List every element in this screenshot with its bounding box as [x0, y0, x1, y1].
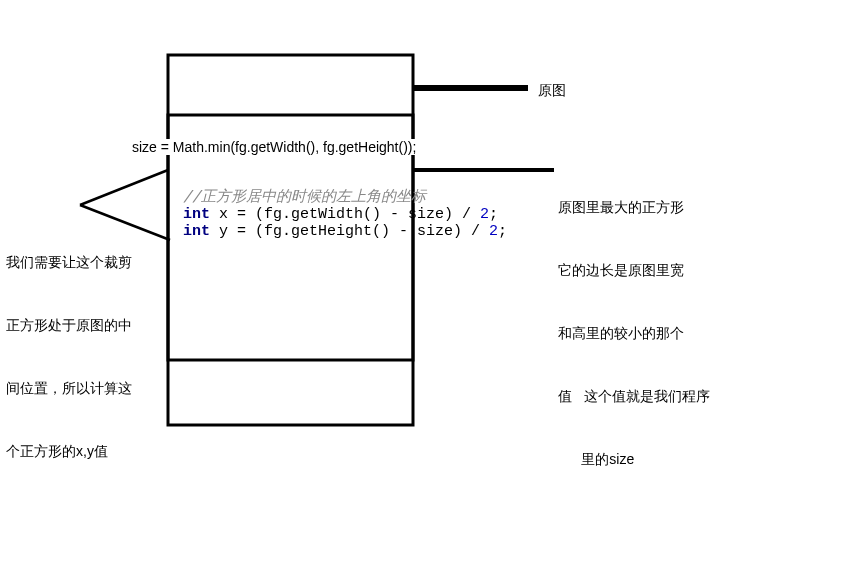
code-comment-line: //正方形居中的时候的左上角的坐标 — [183, 187, 507, 206]
label-crop-note: 我们需要让这个裁剪 正方形处于原图的中 间位置，所以计算这 个正方形的x,y值 — [6, 210, 132, 483]
label-largest-square: 原图里最大的正方形 它的边长是原图里宽 和高里的较小的那个 值 这个值就是我们程… — [558, 155, 710, 491]
size-formula-prefix: size = — [132, 139, 169, 155]
code-y-body: y = (fg.getHeight() - size) / — [210, 223, 489, 240]
largest-square-line2: 它的边长是原图里宽 — [558, 260, 710, 281]
keyword-int-y: int — [183, 223, 210, 240]
code-x-num: 2 — [480, 206, 489, 223]
code-y-num: 2 — [489, 223, 498, 240]
original-image-rect — [168, 55, 413, 425]
largest-square-line5: 里的size — [558, 449, 710, 470]
code-x-body: x = (fg.getWidth() - size) / — [210, 206, 480, 223]
code-block: //正方形居中的时候的左上角的坐标 int x = (fg.getWidth()… — [183, 187, 507, 240]
crop-note-line3: 间位置，所以计算这 — [6, 378, 132, 399]
keyword-int-x: int — [183, 206, 210, 223]
size-formula-body: Math.min(fg.getWidth(), fg.getHeight()); — [173, 139, 417, 155]
largest-square-line3: 和高里的较小的那个 — [558, 323, 710, 344]
code-x-line: int x = (fg.getWidth() - size) / 2; — [183, 206, 507, 223]
label-original-image: 原图 — [538, 80, 566, 101]
crop-note-line2: 正方形处于原图的中 — [6, 315, 132, 336]
largest-square-line1: 原图里最大的正方形 — [558, 197, 710, 218]
code-x-semi: ; — [489, 206, 498, 223]
code-y-semi: ; — [498, 223, 507, 240]
arrow-left-upper — [80, 170, 168, 205]
crop-note-line1: 我们需要让这个裁剪 — [6, 252, 132, 273]
largest-square-line4: 值 这个值就是我们程序 — [558, 386, 710, 407]
crop-note-line4: 个正方形的x,y值 — [6, 441, 132, 462]
size-formula: size = Math.min(fg.getWidth(), fg.getHei… — [130, 139, 418, 155]
code-y-line: int y = (fg.getHeight() - size) / 2; — [183, 223, 507, 240]
